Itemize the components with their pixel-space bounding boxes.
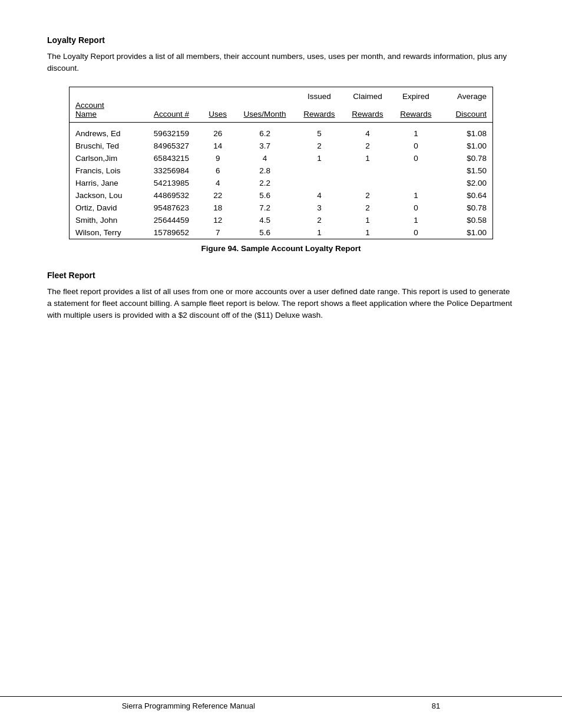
fleet-report-section: Fleet Report The fleet report provides a… xyxy=(47,271,515,322)
fleet-report-description: The fleet report provides a list of all … xyxy=(47,286,515,322)
table-spacer xyxy=(70,122,493,127)
table-header-bottom: Account Name Account # Uses Uses/Month R… xyxy=(70,101,493,123)
account-name-label-line2: Name xyxy=(75,110,97,118)
loyalty-report-section: Loyalty Report The Loyalty Report provid… xyxy=(47,35,515,253)
manual-name: Sierra Programming Reference Manual xyxy=(122,701,255,710)
header-expired-rewards-bottom: Rewards xyxy=(392,101,440,123)
loyalty-report-description: The Loyalty Report provides a list of al… xyxy=(47,51,515,75)
header-account-num-top xyxy=(142,87,201,101)
table-row: Smith, John25644459124.5211$0.58 xyxy=(70,214,493,226)
header-issued-top: Issued xyxy=(295,87,343,101)
table-row: Carlson,Jim6584321594110$0.78 xyxy=(70,152,493,164)
header-expired-top: Expired xyxy=(392,87,440,101)
header-uses-top xyxy=(201,87,234,101)
table-row: Harris, Jane5421398542.2$2.00 xyxy=(70,177,493,189)
header-uses-month-bottom: Uses/Month xyxy=(234,101,295,123)
account-name-label-line1: Account xyxy=(75,101,104,110)
page-number: 81 xyxy=(432,701,440,710)
header-claimed-top: Claimed xyxy=(343,87,392,101)
header-account-name-top xyxy=(70,87,142,101)
table-header-top: Issued Claimed Expired Average xyxy=(70,87,493,101)
table-row: Francis, Lois3325698462.8$1.50 xyxy=(70,164,493,177)
header-account-name-bottom: Account Name xyxy=(70,101,142,123)
header-claimed-rewards-bottom: Rewards xyxy=(343,101,392,123)
table-row: Ortiz, David95487623187.2320$0.78 xyxy=(70,202,493,214)
header-uses-bottom: Uses xyxy=(201,101,234,123)
header-uses-month-top xyxy=(234,87,295,101)
page-footer: Sierra Programming Reference Manual 81 xyxy=(0,696,562,710)
header-account-num-bottom: Account # xyxy=(142,101,201,123)
header-discount-bottom: Discount xyxy=(440,101,493,123)
table-row: Andrews, Ed59632159266.2541$1.08 xyxy=(70,127,493,140)
table-row: Wilson, Terry1578965275.6110$1.00 xyxy=(70,226,493,239)
header-average-top: Average xyxy=(440,87,493,101)
figure-caption: Figure 94. Sample Account Loyalty Report xyxy=(47,244,515,253)
table-row: Bruschi, Ted84965327143.7220$1.00 xyxy=(70,140,493,152)
loyalty-report-table: Issued Claimed Expired Average Account N… xyxy=(69,87,493,239)
header-issued-rewards-bottom: Rewards xyxy=(295,101,343,123)
loyalty-report-title: Loyalty Report xyxy=(47,35,515,45)
loyalty-report-table-wrapper: Issued Claimed Expired Average Account N… xyxy=(69,87,493,239)
table-row: Jackson, Lou44869532225.6421$0.64 xyxy=(70,189,493,202)
fleet-report-title: Fleet Report xyxy=(47,271,515,280)
